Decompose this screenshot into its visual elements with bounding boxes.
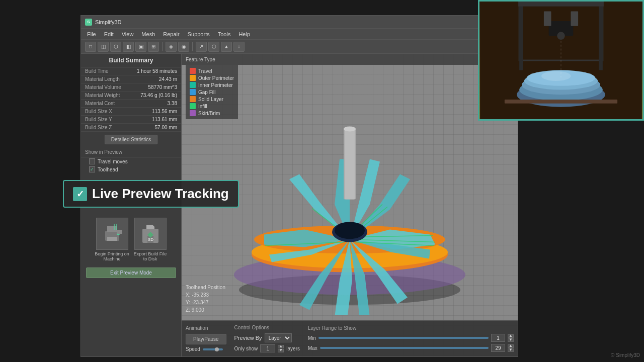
min-value-input[interactable] (491, 334, 505, 342)
legend-color-inner (190, 82, 196, 88)
stat-label-size-z: Build Size Z (85, 125, 112, 130)
window-title: Simplify3D (95, 19, 122, 25)
toolbar-view1-btn[interactable]: ◈ (166, 42, 177, 52)
menu-supports[interactable]: Supports (184, 30, 214, 38)
export-build-icon: SD (134, 218, 167, 250)
print-machine-btn[interactable]: Begin Printing on Machine (95, 218, 130, 261)
svg-rect-4 (117, 230, 122, 234)
stat-value-mat-cost: 3.38 (168, 101, 177, 106)
legend-label-inner: Inner Perimeter (198, 82, 233, 88)
speed-slider[interactable] (203, 348, 223, 350)
control-options-label: Control Options (234, 325, 300, 330)
feature-type-bar: Feature Type Preview Mode (182, 54, 518, 65)
toolhead-checkbox[interactable]: ✓ (89, 166, 95, 172)
legend-color-travel (190, 68, 196, 74)
toolbar-cube6-btn[interactable]: ⊞ (148, 42, 159, 52)
play-pause-button[interactable]: Play/Pause (186, 334, 226, 344)
toolbar-tool3-btn[interactable]: ▲ (221, 42, 232, 52)
camera-feed (479, 2, 642, 119)
toolhead-row: ✓ Toolhead (81, 165, 181, 173)
svg-rect-1 (107, 226, 117, 232)
max-label: Max (308, 345, 317, 351)
stat-mat-cost: Material Cost 3.38 (81, 100, 181, 108)
toolbar-view2-btn[interactable]: ◉ (178, 42, 189, 52)
printer-svg (100, 222, 124, 246)
menu-file[interactable]: File (83, 30, 100, 38)
menu-mesh[interactable]: Mesh (137, 30, 159, 38)
toolbar-sep2 (192, 42, 193, 51)
only-show-down[interactable]: ▼ (278, 349, 284, 352)
min-range-slider[interactable] (318, 337, 489, 339)
only-show-stepper: ▲ ▼ (278, 345, 284, 352)
bottom-icons: Begin Printing on Machine SD Export Buil… (81, 214, 181, 265)
feature-type-label: Feature Type (186, 57, 215, 62)
stat-value-size-x: 113.56 mm (152, 109, 177, 114)
svg-rect-26 (571, 12, 579, 26)
svg-point-17 (344, 126, 356, 131)
menu-view[interactable]: View (118, 30, 138, 38)
svg-rect-33 (505, 100, 617, 104)
stat-label-mat-weight: Material Weight (85, 93, 120, 98)
max-range-slider[interactable] (320, 347, 489, 349)
svg-rect-21 (599, 2, 603, 70)
menu-help[interactable]: Help (234, 30, 254, 38)
max-range-row: Max ▲ ▼ (308, 344, 514, 352)
travel-moves-checkbox[interactable] (89, 158, 95, 164)
stat-size-z: Build Size Z 57.00 mm (81, 124, 181, 132)
export-build-label: Export Build File to Disk (133, 251, 168, 261)
toolhead-pos-y: Y: -23.347 (186, 299, 225, 306)
toolbar-tool4-btn[interactable]: ↓ (233, 42, 245, 52)
toolbar-cube2-btn[interactable]: ◫ (98, 42, 109, 52)
svg-rect-2 (107, 237, 117, 241)
toolbar-cube5-btn[interactable]: ▣ (135, 42, 146, 52)
max-down[interactable]: ▼ (508, 348, 514, 352)
live-preview-checkbox[interactable]: ✓ (73, 187, 87, 201)
min-range-row: Min ▲ ▼ (308, 334, 514, 342)
only-show-label: Only show (234, 346, 258, 351)
stat-label-mat-length: Material Length (85, 76, 120, 82)
detailed-stats-button[interactable]: Detailed Statistics (105, 135, 157, 144)
print-machine-icon (96, 218, 128, 250)
app-icon: S (85, 19, 92, 26)
stat-mat-volume: Material Volume 58770 mm^3 (81, 83, 181, 92)
only-show-row: Only show ▲ ▼ layers (234, 344, 300, 352)
toolbar-cube4-btn[interactable]: ◧ (123, 42, 134, 52)
toolhead-label: Toolhead (98, 167, 118, 172)
toolbar-tool1-btn[interactable]: ↗ (196, 42, 207, 52)
export-build-btn[interactable]: SD Export Build File to Disk (133, 218, 168, 261)
layer-range-label: Layer Range to Show (308, 325, 514, 331)
travel-moves-label: Travel moves (98, 159, 128, 164)
toolbar-tool2-btn[interactable]: ⬠ (208, 42, 219, 52)
camera-svg (479, 2, 642, 119)
animation-section: Animation Play/Pause Speed (186, 325, 226, 352)
stats-list: Build Time 1 hour 58 minutes Material Le… (81, 67, 181, 132)
toolbar-cube3-btn[interactable]: ⬡ (110, 42, 121, 52)
only-show-input[interactable] (260, 344, 275, 352)
min-stepper: ▲ ▼ (508, 334, 514, 342)
toolbar-cube-btn[interactable]: □ (85, 42, 96, 52)
preview-by-select[interactable]: Layer (265, 333, 292, 342)
animation-label: Animation (186, 325, 226, 331)
toolhead-position: Toolhead Position X: -35.233 Y: -23.347 … (186, 284, 225, 314)
exit-preview-button[interactable]: Exit Preview Mode (86, 267, 176, 278)
toolhead-pos-header: Toolhead Position (186, 284, 225, 291)
min-down[interactable]: ▼ (508, 338, 514, 342)
live-preview-label: Live Preview Tracking (92, 186, 229, 202)
legend-label-gap: Gap Fill (198, 89, 215, 95)
max-stepper: ▲ ▼ (508, 344, 514, 352)
stat-value-size-z: 57.00 mm (155, 125, 177, 130)
toolhead-pos-z: Z: 9.000 (186, 306, 225, 314)
export-svg: SD (138, 222, 163, 246)
title-bar: S Simplify3D (81, 16, 518, 29)
layer-range-section: Layer Range to Show Min ▲ ▼ Max (308, 325, 514, 352)
stat-value-mat-weight: 73.46 g (0.16 lb) (140, 93, 177, 98)
menu-edit[interactable]: Edit (100, 30, 118, 38)
bottom-controls: Animation Play/Pause Speed Control Optio… (182, 320, 518, 356)
legend-color-solid (190, 96, 196, 102)
menu-tools[interactable]: Tools (214, 30, 235, 38)
svg-text:SD: SD (148, 237, 153, 242)
legend-color-outer (190, 75, 196, 81)
menu-repair[interactable]: Repair (159, 30, 183, 38)
max-value-input[interactable] (491, 344, 505, 352)
stat-mat-weight: Material Weight 73.46 g (0.16 lb) (81, 92, 181, 100)
